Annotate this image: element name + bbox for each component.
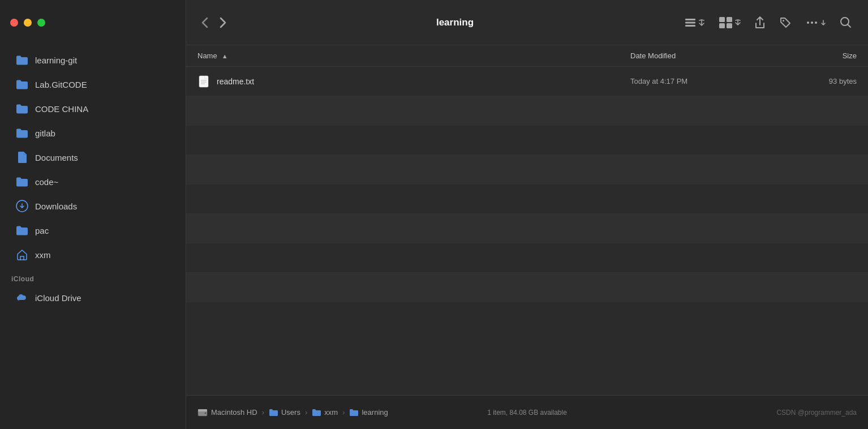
download-icon: [16, 200, 28, 212]
window-title: learning: [237, 17, 673, 28]
sidebar-item-label: gitlab: [35, 128, 55, 138]
path-item-xxm[interactable]: xxm: [312, 408, 338, 417]
folder-icon: [16, 102, 28, 115]
back-button[interactable]: [197, 14, 212, 31]
share-button[interactable]: [750, 14, 770, 32]
sidebar: learning-git Lab.GitCODE CODE CHINA: [0, 0, 186, 429]
name-column-label: Name: [197, 52, 217, 60]
path-label-users: Users: [281, 408, 300, 417]
sidebar-item-label: Downloads: [35, 201, 77, 211]
status-bar: Macintosh HD › Users › x: [186, 395, 868, 429]
svg-rect-6: [719, 23, 725, 28]
date-column-label: Date Modified: [630, 52, 676, 60]
svg-point-9: [807, 22, 809, 24]
sidebar-item-xxm[interactable]: xxm: [5, 243, 181, 267]
file-row[interactable]: readme.txt Today at 4:17 PM 93 bytes: [186, 67, 868, 96]
sidebar-item-code-china[interactable]: CODE CHINA: [5, 97, 181, 121]
toolbar: learning: [186, 0, 868, 45]
folder-small-icon: [312, 409, 321, 416]
sidebar-item-label: pac: [35, 226, 49, 235]
empty-row: [186, 155, 868, 185]
empty-row: [186, 214, 868, 243]
svg-rect-1: [685, 19, 695, 20]
file-name: readme.txt: [217, 77, 254, 86]
svg-point-8: [783, 20, 784, 22]
empty-row: [186, 126, 868, 155]
toolbar-actions: [680, 14, 857, 32]
svg-rect-3: [685, 25, 695, 27]
folder-icon: [16, 54, 28, 66]
sidebar-item-label: Documents: [35, 153, 78, 162]
folder-icon: [16, 224, 28, 237]
svg-rect-7: [727, 23, 732, 28]
sidebar-item-lab-gitcode[interactable]: Lab.GitCODE: [5, 72, 181, 96]
size-column-label: Size: [843, 52, 857, 60]
empty-row: [186, 96, 868, 126]
titlebar: [0, 0, 186, 45]
sort-indicator: ▲: [222, 53, 228, 59]
grid-view-button[interactable]: [714, 14, 745, 31]
date-column-header[interactable]: Date Modified: [630, 52, 777, 60]
path-separator: ›: [305, 408, 307, 417]
statusbar-watermark: CSDN @programmer_ada: [776, 409, 857, 417]
sidebar-item-downloads[interactable]: Downloads: [5, 194, 181, 218]
statusbar-info: 1 item, 84.08 GB available: [487, 409, 567, 417]
path-item-users[interactable]: Users: [269, 408, 300, 417]
file-list: readme.txt Today at 4:17 PM 93 bytes: [186, 67, 868, 395]
sidebar-item-learning-git[interactable]: learning-git: [5, 48, 181, 72]
name-column-header[interactable]: Name ▲: [197, 52, 630, 60]
path-label-learning: learning: [362, 408, 388, 417]
path-separator: ›: [342, 408, 345, 417]
size-column-header[interactable]: Size: [777, 52, 857, 60]
document-icon: [16, 151, 28, 164]
sidebar-item-label: xxm: [35, 250, 51, 260]
path-item-learning[interactable]: learning: [349, 408, 388, 417]
maximize-button[interactable]: [37, 19, 45, 27]
path-label-xxm: xxm: [324, 408, 338, 417]
svg-rect-18: [198, 409, 207, 411]
folder-small-icon: [269, 409, 278, 416]
folder-icon: [16, 127, 28, 139]
svg-rect-5: [727, 17, 732, 22]
sidebar-item-code-tilde[interactable]: code~: [5, 170, 181, 194]
folder-small-icon: [349, 409, 358, 416]
more-button[interactable]: [801, 14, 831, 31]
sidebar-section-icloud: iCloud: [0, 267, 186, 285]
sidebar-item-pac[interactable]: pac: [5, 218, 181, 242]
close-button[interactable]: [10, 19, 18, 27]
file-size-cell: 93 bytes: [777, 77, 857, 85]
main-content: learning: [186, 0, 868, 429]
sidebar-item-documents[interactable]: Documents: [5, 145, 181, 169]
empty-row: [186, 273, 868, 302]
sidebar-item-label: iCloud Drive: [35, 293, 81, 303]
list-view-button[interactable]: [680, 15, 710, 30]
minimize-button[interactable]: [24, 19, 32, 27]
empty-row: [186, 243, 868, 273]
txt-file-icon: [197, 75, 210, 88]
file-date-cell: Today at 4:17 PM: [630, 77, 777, 85]
path-item-macintosh-hd[interactable]: Macintosh HD: [197, 408, 257, 417]
svg-rect-13: [199, 76, 208, 87]
svg-point-11: [815, 22, 817, 24]
empty-row: [186, 185, 868, 214]
sidebar-item-gitlab[interactable]: gitlab: [5, 121, 181, 145]
path-label-macintosh-hd: Macintosh HD: [211, 408, 257, 417]
svg-rect-4: [719, 17, 725, 22]
forward-button[interactable]: [216, 14, 230, 31]
cloud-icon: [16, 291, 28, 304]
path-separator: ›: [262, 408, 264, 417]
sidebar-item-label: code~: [35, 177, 58, 187]
home-icon: [16, 248, 28, 261]
tag-button[interactable]: [775, 14, 796, 31]
folder-icon: [16, 78, 28, 91]
toolbar-nav: [197, 14, 230, 31]
disk-icon: [197, 409, 208, 417]
svg-rect-2: [685, 22, 695, 23]
sidebar-item-label: learning-git: [35, 55, 77, 65]
svg-point-19: [205, 412, 207, 414]
column-headers: Name ▲ Date Modified Size: [186, 45, 868, 67]
search-button[interactable]: [835, 14, 857, 31]
sidebar-item-label: Lab.GitCODE: [35, 80, 87, 89]
sidebar-item-icloud-drive[interactable]: iCloud Drive: [5, 286, 181, 310]
svg-point-10: [811, 22, 813, 24]
